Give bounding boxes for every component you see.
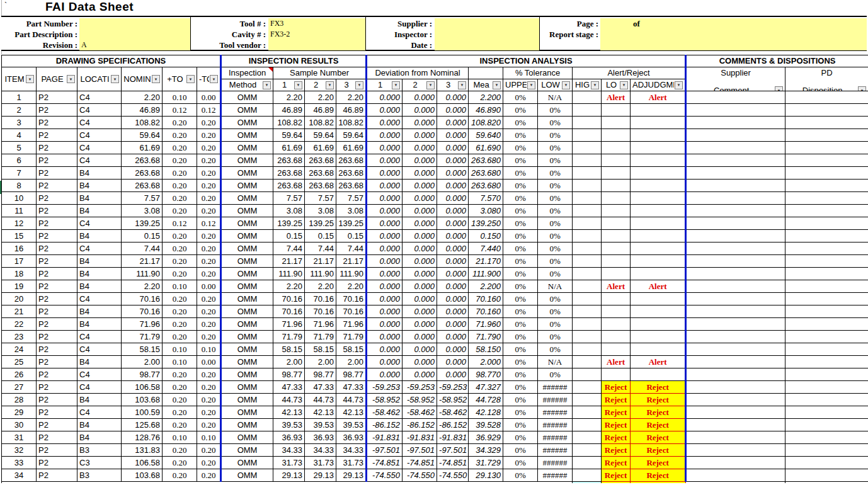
- deviation3-cell[interactable]: 0.000: [437, 129, 469, 142]
- deviation2-cell[interactable]: 0.000: [403, 356, 437, 368]
- lower-tolerance-cell[interactable]: 0%: [538, 129, 573, 142]
- alert-high-cell[interactable]: [573, 243, 602, 255]
- plus-tol-cell[interactable]: 0.20: [163, 205, 197, 217]
- adjudgment-cell[interactable]: [631, 142, 686, 154]
- deviation2-cell[interactable]: -86.152: [403, 419, 437, 431]
- supplier-comment-cell[interactable]: [686, 444, 785, 457]
- upper-tolerance-cell[interactable]: 0%: [503, 142, 538, 154]
- filter-icon[interactable]: [67, 75, 75, 83]
- method-cell[interactable]: OMM: [221, 91, 273, 104]
- upper-tolerance-cell[interactable]: 0%: [503, 293, 538, 305]
- sample2-cell[interactable]: 2.00: [305, 356, 336, 368]
- location-cell[interactable]: B4: [77, 230, 122, 243]
- item-cell[interactable]: 6: [2, 154, 37, 167]
- page-cell[interactable]: P2: [37, 305, 77, 318]
- plus-tol-cell[interactable]: 0.20: [163, 154, 197, 167]
- sample3-cell[interactable]: 36.93: [336, 431, 367, 444]
- page-cell[interactable]: P2: [37, 104, 77, 117]
- sample1-cell[interactable]: 139.25: [273, 217, 305, 230]
- upper-tolerance-cell[interactable]: 0%: [503, 406, 538, 419]
- sample3-cell[interactable]: 2.00: [336, 356, 367, 368]
- upper-tolerance-cell[interactable]: 0%: [503, 280, 538, 293]
- filter-icon[interactable]: [562, 81, 570, 89]
- lower-tolerance-cell[interactable]: N/A: [538, 280, 573, 293]
- sample3-cell[interactable]: 58.15: [336, 343, 367, 356]
- alert-high-cell[interactable]: [573, 104, 602, 117]
- page-cell[interactable]: P2: [37, 394, 77, 406]
- method-cell[interactable]: OMM: [221, 104, 273, 117]
- sample1-cell[interactable]: 59.64: [273, 129, 305, 142]
- location-cell[interactable]: B3: [77, 444, 122, 457]
- method-cell[interactable]: OMM: [221, 205, 273, 217]
- sample1-cell[interactable]: 34.33: [273, 444, 305, 457]
- filter-icon[interactable]: [111, 75, 119, 83]
- lower-tolerance-cell[interactable]: 0%: [538, 180, 573, 192]
- deviation2-cell[interactable]: 0.000: [403, 305, 437, 318]
- upper-tolerance-cell[interactable]: 0%: [503, 381, 538, 394]
- supplier-comment-cell[interactable]: [686, 154, 785, 167]
- nominal-cell[interactable]: 71.79: [122, 331, 163, 343]
- adjudgment-cell[interactable]: [631, 268, 686, 280]
- sample2-cell[interactable]: 139.25: [305, 217, 336, 230]
- sample2-cell[interactable]: 46.89: [305, 104, 336, 117]
- deviation3-cell[interactable]: 0.000: [437, 154, 469, 167]
- alert-low-cell[interactable]: [602, 331, 631, 343]
- deviation1-cell[interactable]: 0.000: [367, 356, 403, 368]
- location-cell[interactable]: B4: [77, 192, 122, 205]
- method-cell[interactable]: OMM: [221, 368, 273, 381]
- deviation2-cell[interactable]: 0.000: [403, 117, 437, 129]
- nominal-cell[interactable]: 3.08: [122, 205, 163, 217]
- location-cell[interactable]: B4: [77, 394, 122, 406]
- pd-disposition-cell[interactable]: [785, 469, 868, 482]
- minus-tol-cell[interactable]: 0.12: [197, 217, 221, 230]
- alert-low-cell[interactable]: [602, 318, 631, 331]
- alert-high-cell[interactable]: [573, 129, 602, 142]
- pd-disposition-cell[interactable]: [785, 205, 868, 217]
- method-cell[interactable]: OMM: [221, 305, 273, 318]
- upper-tolerance-cell[interactable]: 0%: [503, 457, 538, 469]
- adjudgment-cell[interactable]: [631, 305, 686, 318]
- alert-high-cell[interactable]: [573, 444, 602, 457]
- nominal-cell[interactable]: 131.83: [122, 444, 163, 457]
- deviation1-cell[interactable]: 0.000: [367, 142, 403, 154]
- supplier-comment-cell[interactable]: [686, 419, 785, 431]
- filter-icon[interactable]: [620, 81, 628, 89]
- plus-tol-cell[interactable]: 0.20: [163, 293, 197, 305]
- sample2-cell[interactable]: 7.57: [305, 192, 336, 205]
- mean-cell[interactable]: 47.327: [469, 381, 503, 394]
- mean-cell[interactable]: 46.890: [469, 104, 503, 117]
- sample3-cell[interactable]: 71.79: [336, 331, 367, 343]
- item-cell[interactable]: 4: [2, 129, 37, 142]
- alert-high-cell[interactable]: [573, 305, 602, 318]
- page-cell[interactable]: P2: [37, 192, 77, 205]
- mean-cell[interactable]: 36.929: [469, 431, 503, 444]
- upper-tolerance-cell[interactable]: 0%: [503, 268, 538, 280]
- upper-tolerance-cell[interactable]: 0%: [503, 180, 538, 192]
- minus-tol-cell[interactable]: 0.20: [197, 117, 221, 129]
- upper-tolerance-cell[interactable]: 0%: [503, 117, 538, 129]
- deviation3-cell[interactable]: 0.000: [437, 192, 469, 205]
- pd-disposition-cell[interactable]: [785, 217, 868, 230]
- adjudgment-cell[interactable]: [631, 230, 686, 243]
- method-cell[interactable]: OMM: [221, 457, 273, 469]
- sample3-cell[interactable]: 61.69: [336, 142, 367, 154]
- location-cell[interactable]: C3: [77, 457, 122, 469]
- plus-tol-cell[interactable]: 0.20: [163, 406, 197, 419]
- sample1-cell[interactable]: 70.16: [273, 293, 305, 305]
- alert-low-cell[interactable]: [602, 293, 631, 305]
- deviation1-cell[interactable]: -59.253: [367, 381, 403, 394]
- mean-cell[interactable]: 263.680: [469, 154, 503, 167]
- minus-tol-cell[interactable]: 0.20: [197, 469, 221, 482]
- lower-tolerance-cell[interactable]: 0%: [538, 343, 573, 356]
- minus-tol-cell[interactable]: 0.20: [197, 154, 221, 167]
- page-cell[interactable]: P2: [37, 205, 77, 217]
- sample1-cell[interactable]: 39.53: [273, 419, 305, 431]
- lower-tolerance-cell[interactable]: 0%: [538, 255, 573, 268]
- sample3-cell[interactable]: 71.96: [336, 318, 367, 331]
- minus-tol-cell[interactable]: 0.20: [197, 192, 221, 205]
- adjudgment-cell[interactable]: [631, 318, 686, 331]
- filter-icon[interactable]: [775, 86, 783, 91]
- item-cell[interactable]: 32: [2, 444, 37, 457]
- sample3-cell[interactable]: 2.20: [336, 280, 367, 293]
- method-cell[interactable]: OMM: [221, 356, 273, 368]
